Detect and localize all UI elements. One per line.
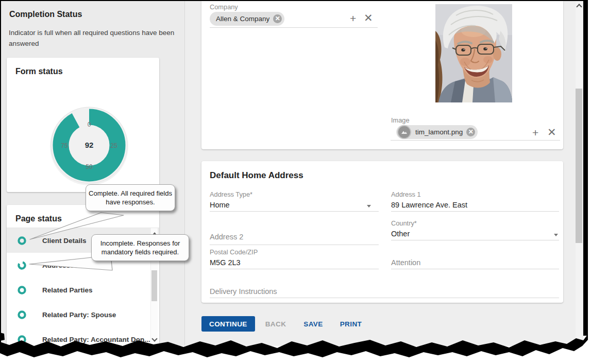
- address2-underline: [210, 245, 379, 245]
- main-scrollbar[interactable]: [576, 1, 582, 342]
- client-photo: [435, 4, 512, 102]
- dropdown-caret-icon[interactable]: [554, 234, 558, 236]
- page-status-item-related-party-accountant[interactable]: Related Party: Accountant Don...: [7, 327, 159, 346]
- country-select[interactable]: Other: [391, 230, 410, 238]
- scrollbar-thumb[interactable]: [576, 89, 582, 243]
- company-underline: [210, 27, 378, 28]
- address-type-label: Address Type*: [210, 190, 252, 198]
- sidebar-description: Indicator is full when all required ques…: [9, 28, 182, 49]
- address1-underline: [391, 211, 559, 212]
- scroll-down-icon[interactable]: [151, 336, 157, 341]
- delivery-instructions-input[interactable]: Delivery Instructions: [210, 287, 277, 296]
- sidebar-title: Completion Status: [9, 10, 82, 19]
- scroll-up-icon[interactable]: [576, 4, 582, 9]
- address-card-title: Default Home Address: [210, 170, 303, 181]
- page-status-item-related-parties[interactable]: Related Parties: [7, 278, 159, 302]
- callout-complete-text: Complete. All required fields have respo…: [89, 189, 172, 206]
- status-complete-ring-icon: [18, 335, 26, 344]
- status-complete-ring-icon: [18, 236, 26, 245]
- status-complete-ring-icon: [18, 286, 26, 294]
- frame-border-left: [0, 0, 1, 344]
- back-button[interactable]: BACK: [262, 320, 290, 328]
- address1-label: Address 1: [391, 190, 421, 198]
- page-status-item-related-party-spouse[interactable]: Related Party: Spouse: [7, 302, 159, 327]
- image-chip[interactable]: tim_lamont.png ✕: [396, 125, 478, 139]
- dropdown-caret-icon[interactable]: [367, 205, 371, 207]
- postal-input[interactable]: M5G 2L3: [210, 258, 241, 267]
- page-status-title: Page status: [15, 214, 62, 223]
- country-label: Country*: [391, 219, 417, 227]
- gauge-tick-0: 0: [88, 121, 91, 128]
- image-chip-text: tim_lamont.png: [415, 128, 463, 136]
- company-field-label: Company: [210, 3, 238, 11]
- image-field-label: Image: [391, 116, 410, 124]
- chip-remove-icon[interactable]: ✕: [466, 128, 475, 136]
- form-status-title: Form status: [15, 67, 63, 76]
- scrollbar-thumb[interactable]: [151, 270, 157, 301]
- save-button[interactable]: SAVE: [300, 320, 326, 328]
- callout-incomplete-text: Incomplete. Responses for mandatory fiel…: [100, 239, 180, 256]
- print-button[interactable]: PRINT: [337, 320, 365, 328]
- address-type-underline: [210, 211, 379, 212]
- address2-input[interactable]: Address 2: [210, 233, 243, 241]
- page-status-card: Page status Client Details Addresses: [7, 205, 159, 346]
- client-details-card: Company Allen & Company ✕ + ✕: [201, 1, 563, 149]
- attention-underline: [391, 269, 559, 269]
- frame-border-top: [0, 0, 588, 1]
- completion-gauge-chart: 0 25 50 75 92: [41, 101, 137, 189]
- status-complete-ring-icon: [18, 310, 26, 319]
- screenshot-frame: Completion Status Indicator is full when…: [0, 0, 591, 364]
- country-underline: [391, 240, 559, 240]
- gauge-tick-50: 50: [86, 163, 93, 170]
- delivery-underline: [210, 298, 559, 298]
- address-type-select[interactable]: Home: [210, 201, 230, 209]
- completion-status-sidebar: Completion Status Indicator is full when…: [1, 1, 185, 346]
- company-chip-text: Allen & Company: [216, 15, 269, 23]
- company-chip[interactable]: Allen & Company ✕: [210, 12, 284, 26]
- default-home-address-card: Default Home Address Address Type* Home …: [201, 161, 563, 303]
- postal-label: Postal Code/ZIP: [210, 248, 258, 256]
- page-status-item-label: Client Details: [42, 237, 87, 245]
- chip-remove-icon[interactable]: ✕: [273, 14, 282, 23]
- page-status-item-label: Related Parties: [42, 286, 93, 294]
- gauge-tick-75: 75: [61, 142, 68, 149]
- app-window: Completion Status Indicator is full when…: [1, 1, 583, 346]
- address1-input[interactable]: 89 Lawrence Ave. East: [391, 201, 467, 209]
- postal-underline: [210, 269, 379, 269]
- attention-input[interactable]: Attention: [391, 258, 420, 267]
- gauge-tick-25: 25: [110, 142, 117, 149]
- image-underline: [391, 140, 560, 141]
- continue-button[interactable]: CONTINUE: [201, 316, 255, 332]
- company-clear-icon[interactable]: ✕: [364, 13, 373, 23]
- form-status-card: Form status 0 25 50 75 92: [7, 58, 159, 192]
- page-status-item-label: Addresses: [42, 262, 78, 269]
- image-thumbnail-icon: [397, 125, 411, 139]
- page-status-item-label: Related Party: Spouse: [42, 311, 116, 319]
- page-status-item-label: Related Party: Accountant Don...: [42, 336, 150, 343]
- form-action-buttons: CONTINUE BACK SAVE PRINT: [201, 316, 365, 332]
- status-incomplete-ring-icon: [18, 261, 26, 270]
- image-clear-icon[interactable]: ✕: [547, 127, 556, 137]
- gauge-value: 92: [85, 141, 94, 149]
- callout-complete-tooltip: Complete. All required fields have respo…: [86, 184, 175, 211]
- company-add-icon[interactable]: +: [350, 13, 356, 24]
- image-add-icon[interactable]: +: [532, 128, 538, 138]
- frame-border-right: [583, 0, 588, 336]
- callout-incomplete-tooltip: Incomplete. Responses for mandatory fiel…: [91, 234, 189, 261]
